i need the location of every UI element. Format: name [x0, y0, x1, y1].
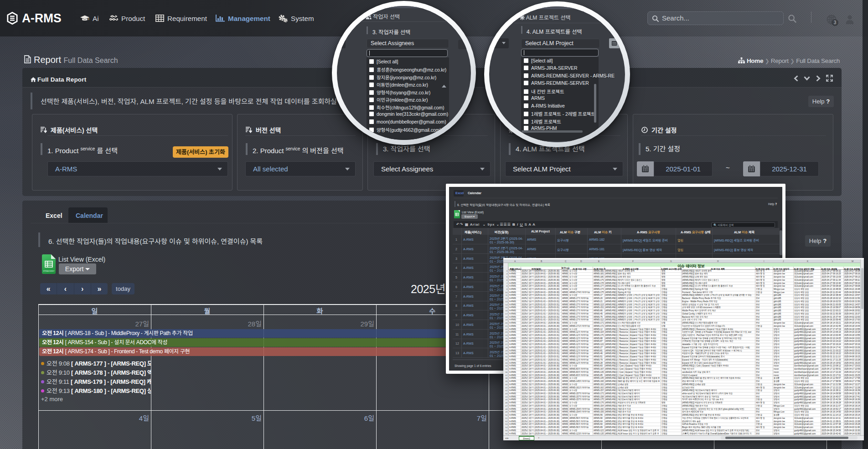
- svg-text:SPREADSHEET: SPREADSHEET: [43, 270, 54, 272]
